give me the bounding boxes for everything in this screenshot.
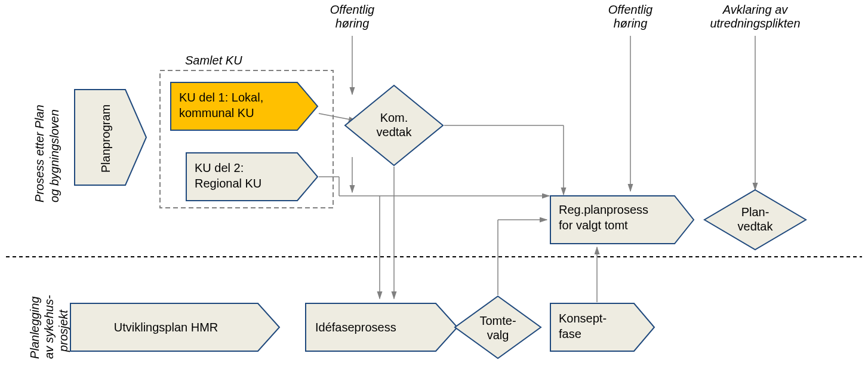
diagram-svg: Planprogram KU del 1: Lokal, kommunal KU… — [0, 0, 868, 381]
arrow-ku1-komvedtak — [319, 113, 356, 121]
shape-konseptfase: Konsept- fase — [550, 303, 654, 351]
shape-ku-del-2: KU del 2: Regional KU — [186, 153, 318, 201]
text-line: for valgt tomt — [559, 219, 628, 232]
shape-idefaseprosess: Idéfaseprosess — [306, 303, 457, 351]
shape-planprogram: Planprogram — [75, 90, 146, 185]
shape-tomtevalg: Tomte- valg — [455, 296, 541, 358]
text-line: Plan- — [741, 205, 769, 219]
shape-kom-vedtak: Kom. vedtak — [345, 85, 443, 165]
text: Planprogram — [99, 105, 112, 173]
text-line: kommunal KU — [179, 106, 254, 119]
text: Utviklingsplan HMR — [114, 321, 218, 334]
shape-utviklingsplan: Utviklingsplan HMR — [70, 303, 279, 351]
shape-regplanprosess: Reg.planprosess for valgt tomt — [550, 196, 694, 244]
text-line: KU del 2: — [195, 161, 244, 174]
text-line: KU del 1: Lokal, — [179, 91, 263, 104]
text-line: Tomte- — [479, 314, 516, 327]
shape-plan-vedtak: Plan- vedtak — [704, 190, 806, 250]
text-line: Reg.planprosess — [559, 203, 648, 216]
text-line: Kom. — [380, 111, 408, 124]
text-line: valg — [487, 328, 509, 342]
text-line: fase — [559, 327, 581, 340]
text-line: vedtak — [377, 125, 413, 139]
shape-ku-del-1: KU del 1: Lokal, kommunal KU — [171, 82, 318, 130]
text: Idéfaseprosess — [315, 321, 396, 334]
text-line: vedtak — [738, 220, 774, 233]
text-line: Konsept- — [559, 312, 607, 325]
text-line: Regional KU — [195, 177, 261, 190]
